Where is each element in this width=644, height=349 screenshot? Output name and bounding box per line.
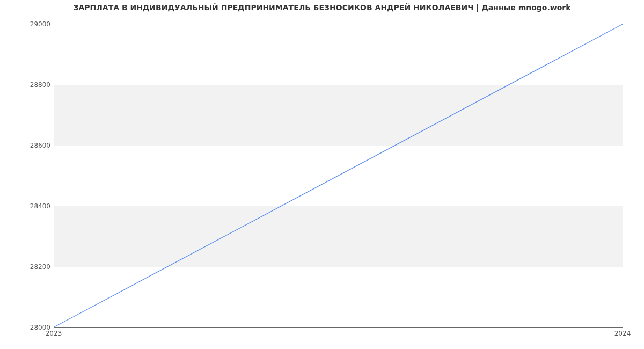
y-tick-label: 29000 (30, 20, 50, 28)
y-tick-label: 28400 (30, 202, 50, 210)
x-tick-label: 2023 (46, 330, 62, 337)
y-tick-label: 28600 (30, 142, 50, 149)
chart-title: ЗАРПЛАТА В ИНДИВИДУАЛЬНЫЙ ПРЕДПРИНИМАТЕЛ… (0, 3, 644, 12)
line-series (54, 24, 623, 327)
plot-area (54, 24, 623, 328)
x-tick-label: 2024 (614, 330, 631, 337)
svg-line-0 (54, 24, 623, 327)
y-tick-label: 28800 (30, 81, 50, 89)
y-tick-label: 28200 (30, 263, 50, 271)
chart-container: ЗАРПЛАТА В ИНДИВИДУАЛЬНЫЙ ПРЕДПРИНИМАТЕЛ… (0, 0, 644, 349)
